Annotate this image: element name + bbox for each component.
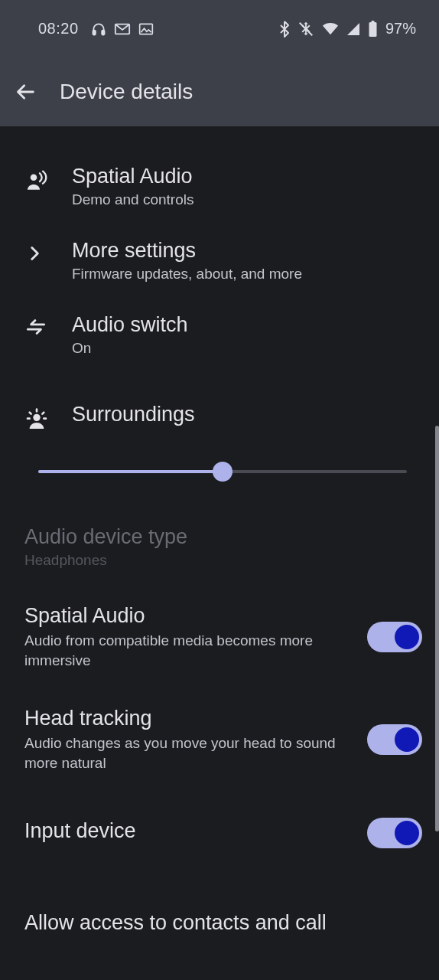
content: Spatial Audio Demo and controls More set… xyxy=(0,126,439,935)
row-title: Audio switch xyxy=(72,313,422,337)
svg-rect-3 xyxy=(139,24,152,34)
surroundings-icon xyxy=(24,407,49,432)
signal-icon xyxy=(346,22,360,36)
toggle-title: Input device xyxy=(24,819,355,843)
row-audio-switch[interactable]: Audio switch On xyxy=(0,298,439,372)
surroundings-slider[interactable] xyxy=(0,443,439,511)
device-type-title: Audio device type xyxy=(24,525,415,549)
row-surroundings: Surroundings xyxy=(0,372,439,443)
svg-point-8 xyxy=(33,414,40,421)
toggle-sub: Audio changes as you move your head to s… xyxy=(24,733,355,773)
svg-rect-1 xyxy=(102,30,104,34)
slider-track xyxy=(38,470,407,473)
toggle-head-tracking[interactable]: Head tracking Audio changes as you move … xyxy=(0,688,439,791)
device-type-value: Headphones xyxy=(24,552,415,569)
gmail-icon xyxy=(114,22,131,36)
row-title: More settings xyxy=(72,239,422,263)
row-more-settings[interactable]: More settings Firmware updates, about, a… xyxy=(0,224,439,298)
page-title: Device details xyxy=(60,80,193,104)
row-title: Spatial Audio xyxy=(72,165,422,188)
vibrate-icon xyxy=(298,21,314,38)
back-button[interactable] xyxy=(15,81,37,103)
slider-thumb[interactable] xyxy=(213,462,233,482)
row-spatial-audio[interactable]: Spatial Audio Demo and controls xyxy=(0,149,439,224)
switch-head-tracking[interactable] xyxy=(367,724,422,755)
row-sub: Firmware updates, about, and more xyxy=(72,266,422,283)
image-icon xyxy=(138,22,154,36)
svg-rect-5 xyxy=(369,22,376,37)
headphones-icon xyxy=(91,21,106,37)
battery-percent: 97% xyxy=(385,20,416,38)
svg-point-7 xyxy=(31,174,37,181)
switch-spatial-audio[interactable] xyxy=(367,622,422,652)
switch-input-device[interactable] xyxy=(367,818,422,848)
section-title: Surroundings xyxy=(72,403,422,426)
row-sub: Demo and controls xyxy=(72,191,422,208)
toggle-input-device[interactable]: Input device xyxy=(0,792,439,874)
swap-icon xyxy=(24,318,47,336)
switch-knob xyxy=(395,821,419,845)
bluetooth-icon xyxy=(279,21,290,38)
spatial-audio-icon xyxy=(24,169,49,194)
switch-knob xyxy=(395,625,419,649)
app-bar: Device details xyxy=(0,57,439,126)
switch-knob xyxy=(395,727,419,752)
status-right: 97% xyxy=(279,20,416,38)
status-bar: 08:20 97% xyxy=(0,0,439,57)
battery-icon xyxy=(368,21,378,38)
toggle-sub: Audio from compatible media becomes more… xyxy=(24,631,355,670)
wifi-icon xyxy=(322,22,339,36)
toggle-title: Spatial Audio xyxy=(24,604,355,628)
audio-device-type-block: Audio device type Headphones xyxy=(0,511,439,586)
permission-row[interactable]: Allow access to contacts and call xyxy=(0,874,439,935)
toggle-title: Head tracking xyxy=(24,707,355,730)
status-left: 08:20 xyxy=(38,20,154,38)
svg-rect-6 xyxy=(371,21,374,23)
row-sub: On xyxy=(72,340,422,357)
chevron-right-icon xyxy=(24,243,44,263)
slider-fill xyxy=(38,470,223,473)
status-time: 08:20 xyxy=(38,20,79,38)
svg-rect-0 xyxy=(93,30,95,34)
toggle-spatial-audio[interactable]: Spatial Audio Audio from compatible medi… xyxy=(0,586,439,688)
scrollbar[interactable] xyxy=(435,426,439,831)
